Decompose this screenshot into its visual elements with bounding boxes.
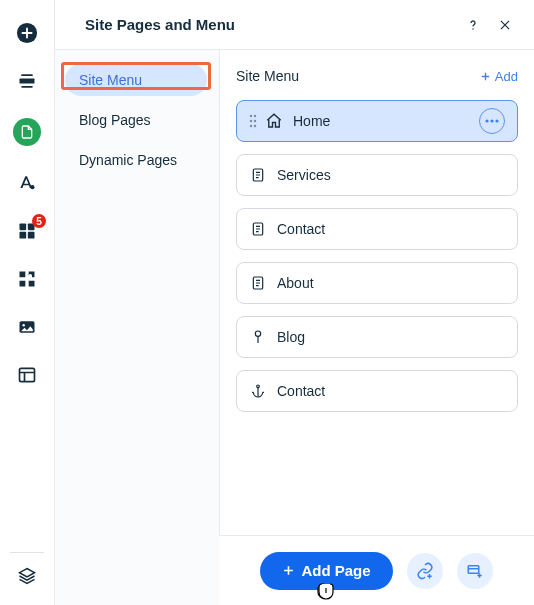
page-icon — [249, 166, 267, 184]
svg-rect-5 — [20, 224, 27, 231]
svg-rect-3 — [21, 86, 33, 88]
pages-panel: Site Pages and Menu Site Menu Blog Pages… — [54, 0, 534, 605]
add-link-label: Add — [495, 69, 518, 84]
pin-icon — [249, 328, 267, 346]
section-header: Site Menu Add — [236, 68, 518, 84]
tab-site-menu[interactable]: Site Menu — [65, 64, 207, 96]
add-section-button[interactable] — [457, 553, 493, 589]
page-label: Services — [277, 167, 505, 183]
pages-main: Site Menu Add Home — [220, 50, 534, 605]
drag-handle-icon[interactable] — [249, 114, 257, 128]
tab-blog-pages[interactable]: Blog Pages — [65, 104, 207, 136]
panel-footer: Add Page — [219, 535, 534, 605]
svg-rect-11 — [20, 368, 35, 381]
svg-point-4 — [30, 185, 34, 189]
add-link[interactable]: Add — [480, 69, 518, 84]
pages-icon[interactable] — [13, 118, 41, 146]
svg-point-22 — [495, 119, 498, 122]
svg-point-21 — [490, 119, 493, 122]
svg-point-19 — [254, 125, 256, 127]
svg-point-14 — [250, 115, 252, 117]
page-label: Contact — [277, 383, 505, 399]
apps-icon[interactable]: 5 — [16, 220, 38, 242]
page-label: Home — [293, 113, 469, 129]
page-item-contact-anchor[interactable]: Contact — [236, 370, 518, 412]
svg-point-27 — [257, 385, 260, 388]
apps-badge: 5 — [32, 214, 46, 228]
svg-point-17 — [254, 120, 256, 122]
page-list: Home Services Contact — [236, 100, 518, 412]
svg-point-20 — [485, 119, 488, 122]
tab-dynamic-pages[interactable]: Dynamic Pages — [65, 144, 207, 176]
page-icon — [249, 220, 267, 238]
page-item-blog[interactable]: Blog — [236, 316, 518, 358]
svg-point-16 — [250, 120, 252, 122]
anchor-icon — [249, 382, 267, 400]
plugins-icon[interactable] — [16, 268, 38, 290]
sections-icon[interactable] — [16, 70, 38, 92]
cms-icon[interactable] — [16, 364, 38, 386]
svg-point-13 — [472, 28, 473, 29]
page-item-contact[interactable]: Contact — [236, 208, 518, 250]
svg-rect-8 — [28, 232, 35, 239]
svg-point-26 — [255, 331, 260, 336]
add-page-label: Add Page — [301, 562, 370, 579]
tabs-column: Site Menu Blog Pages Dynamic Pages — [55, 50, 220, 605]
home-icon — [265, 112, 283, 130]
page-item-services[interactable]: Services — [236, 154, 518, 196]
add-icon[interactable] — [16, 22, 38, 44]
close-icon[interactable] — [494, 14, 516, 36]
add-link-button[interactable] — [407, 553, 443, 589]
page-item-about[interactable]: About — [236, 262, 518, 304]
page-label: About — [277, 275, 505, 291]
help-icon[interactable] — [462, 14, 484, 36]
page-item-home[interactable]: Home — [236, 100, 518, 142]
media-icon[interactable] — [16, 316, 38, 338]
panel-title: Site Pages and Menu — [85, 16, 452, 33]
section-title: Site Menu — [236, 68, 480, 84]
design-icon[interactable] — [16, 172, 38, 194]
page-label: Blog — [277, 329, 505, 345]
svg-point-15 — [254, 115, 256, 117]
svg-rect-1 — [20, 79, 35, 84]
panel-header: Site Pages and Menu — [55, 0, 534, 50]
add-page-button[interactable]: Add Page — [260, 552, 392, 590]
svg-rect-2 — [21, 74, 33, 76]
page-icon — [249, 274, 267, 292]
layers-icon[interactable] — [16, 565, 38, 587]
svg-point-18 — [250, 125, 252, 127]
svg-point-10 — [22, 324, 25, 327]
svg-rect-7 — [20, 232, 27, 239]
page-actions-icon[interactable] — [479, 108, 505, 134]
page-label: Contact — [277, 221, 505, 237]
left-rail: 5 — [0, 0, 54, 605]
